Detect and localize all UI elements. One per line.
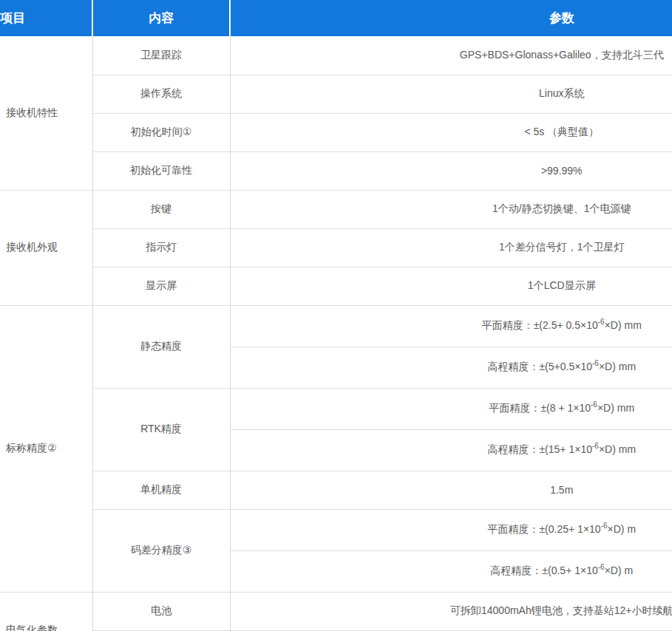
spec-table: 项目 内容 参数 接收机特性卫星跟踪GPS+BDS+Glonass+Galile… <box>0 0 672 631</box>
spec-table-body: 接收机特性卫星跟踪GPS+BDS+Glonass+Galileo，支持北斗三代操… <box>0 36 672 631</box>
content-cell: 码差分精度③ <box>92 509 230 592</box>
param-cell: 平面精度：±(8 + 1×10-6×D) mm <box>230 388 672 429</box>
param-cell: 高程精度：±(15+ 1×10-6×D) mm <box>230 429 672 471</box>
param-text: 高程精度：±(5+0.5×10 <box>487 361 592 372</box>
param-cell: 1个动/静态切换键、1个电源键 <box>230 190 672 228</box>
param-cell: Linux系统 <box>230 75 672 113</box>
param-cell: 平面精度：±(2.5+ 0.5×10-6×D) mm <box>230 305 672 347</box>
param-text: 平面精度：±(2.5+ 0.5×10 <box>482 319 598 331</box>
table-row: 初始化时间①< 5s （典型值） <box>0 113 672 151</box>
content-cell: 电池 <box>92 592 230 630</box>
table-row: 指示灯1个差分信号灯，1个卫星灯 <box>0 228 672 267</box>
item-group-cell: 电气化参数 <box>0 592 92 631</box>
table-row: 接收机外观按键1个动/静态切换键、1个电源键 <box>0 190 672 228</box>
param-cell: 1.5m <box>230 471 672 509</box>
content-cell: 单机精度 <box>92 471 230 509</box>
content-cell: 按键 <box>92 190 230 228</box>
content-cell: 操作系统 <box>92 75 230 113</box>
table-row: 电气化参数电池可拆卸14000mAh锂电池，支持基站12+小时续航 <box>0 592 672 630</box>
content-cell: 显示屏 <box>92 267 230 305</box>
param-superscript: -6 <box>592 442 599 450</box>
param-cell: GPS+BDS+Glonass+Galileo，支持北斗三代 <box>230 36 672 75</box>
param-text: 平面精度：±(8 + 1×10 <box>489 402 591 414</box>
content-cell: 初始化可靠性 <box>92 151 230 190</box>
param-superscript: -6 <box>592 359 599 367</box>
param-text: ×D) mm <box>597 402 634 414</box>
param-cell: < 5s （典型值） <box>230 113 672 151</box>
param-superscript: -6 <box>591 400 597 409</box>
table-row: 显示屏1个LCD显示屏 <box>0 267 672 305</box>
content-cell: 卫星跟踪 <box>92 36 230 75</box>
param-text: ×D) m <box>608 523 637 535</box>
param-text: ×D) mm <box>599 443 636 455</box>
param-superscript: -6 <box>598 318 605 326</box>
table-row: 操作系统Linux系统 <box>0 75 672 113</box>
param-cell: >99.99% <box>230 151 672 190</box>
param-text: 高程精度：±(15+ 1×10 <box>487 443 592 455</box>
table-row: 单机精度1.5m <box>0 471 672 509</box>
param-cell: 1个差分信号灯，1个卫星灯 <box>230 228 672 267</box>
param-cell: 平面精度：±(0.25+ 1×10-6×D) m <box>230 509 672 550</box>
spec-table-header: 项目 内容 参数 <box>0 0 672 36</box>
param-cell: 可拆卸14000mAh锂电池，支持基站12+小时续航 <box>230 592 672 630</box>
param-text: ×D) m <box>605 565 634 576</box>
param-text: 高程精度：±(0.5+ 1×10 <box>490 565 597 576</box>
param-text: 平面精度：±(0.25+ 1×10 <box>487 523 600 535</box>
content-cell: RTK精度 <box>92 388 230 471</box>
param-cell: 高程精度：±(0.5+ 1×10-6×D) m <box>230 550 672 592</box>
param-superscript: -6 <box>598 563 605 571</box>
content-cell: 静态精度 <box>92 305 230 388</box>
item-group-cell: 标称精度② <box>0 305 92 592</box>
table-row: 接收机特性卫星跟踪GPS+BDS+Glonass+Galileo，支持北斗三代 <box>0 36 672 75</box>
content-cell: 初始化时间① <box>92 113 230 151</box>
content-cell: 指示灯 <box>92 228 230 267</box>
table-row: RTK精度平面精度：±(8 + 1×10-6×D) mm <box>0 388 672 429</box>
item-group-cell: 接收机外观 <box>0 190 92 305</box>
param-superscript: -6 <box>601 522 608 530</box>
column-header-param: 参数 <box>230 0 672 36</box>
table-row: 码差分精度③平面精度：±(0.25+ 1×10-6×D) m <box>0 509 672 550</box>
table-row: 标称精度②静态精度平面精度：±(2.5+ 0.5×10-6×D) mm <box>0 305 672 347</box>
item-group-cell: 接收机特性 <box>0 36 92 190</box>
column-header-item: 项目 <box>0 0 92 36</box>
header-row: 项目 内容 参数 <box>0 0 672 36</box>
param-cell: 高程精度：±(5+0.5×10-6×D) mm <box>230 347 672 388</box>
table-row: 初始化可靠性>99.99% <box>0 151 672 190</box>
param-text: ×D) mm <box>599 361 636 372</box>
column-header-content: 内容 <box>92 0 230 36</box>
param-text: ×D) mm <box>605 319 642 331</box>
param-cell: 1个LCD显示屏 <box>230 267 672 305</box>
